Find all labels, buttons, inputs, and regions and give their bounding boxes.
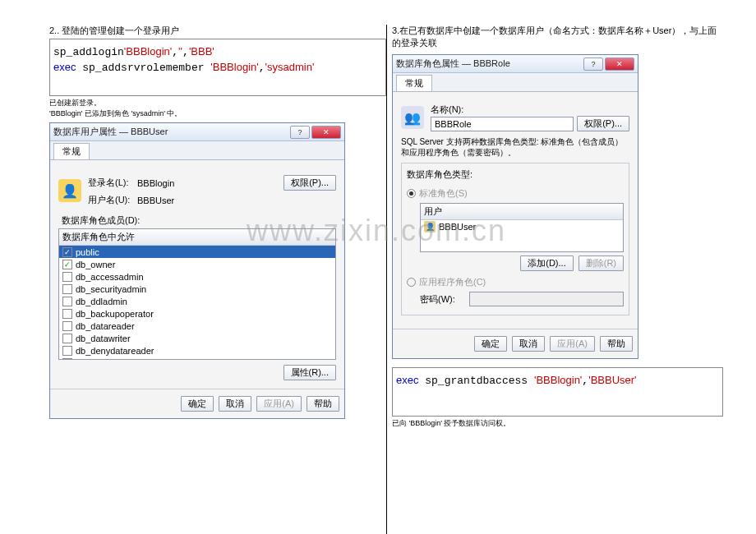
tab-general[interactable]: 常规 xyxy=(53,143,90,159)
list-item[interactable]: db_ddladmin xyxy=(59,295,335,307)
db-user-properties-dialog: 数据库用户属性 — BBBUser ? ✕ 常规 👤 登录名(L): BBBlo… xyxy=(49,122,345,419)
titlebar-text: 数据库角色属性 — BBBRole xyxy=(396,58,583,70)
login-value: BBBlogin xyxy=(137,178,203,188)
list-item[interactable]: db_backupoperator xyxy=(59,307,335,320)
standard-role-label: 标准角色(S) xyxy=(419,187,468,200)
list-item[interactable]: public xyxy=(59,246,335,258)
list-item[interactable]: db_datareader xyxy=(59,320,335,332)
titlebar: 数据库角色属性 — BBBRole ? ✕ xyxy=(393,55,638,73)
role-name: db_denydatawriter xyxy=(76,358,150,361)
role-icon: 👥 xyxy=(401,106,424,129)
roles-rows-container: publicdb_ownerdb_accessadmindb_securitya… xyxy=(59,246,335,360)
app-role-radio xyxy=(407,278,416,287)
output-left: 已创建新登录。 'BBBlogin' 已添加到角色 'sysadmin' 中。 xyxy=(49,98,386,119)
help-icon[interactable]: ? xyxy=(290,126,310,139)
users-list-header: 用户 xyxy=(421,204,623,220)
cancel-button[interactable]: 取消 xyxy=(512,336,545,352)
list-item[interactable]: db_denydatawriter xyxy=(59,357,335,360)
checkbox[interactable] xyxy=(62,309,72,319)
help-icon[interactable]: ? xyxy=(583,58,603,71)
standard-role-radio[interactable] xyxy=(407,189,416,198)
app-role-label: 应用程序角色(C) xyxy=(419,276,486,288)
code-box-left: sp_addlogin'BBBlogin','','BBB' exec sp_a… xyxy=(49,39,386,96)
username-label: 用户名(U): xyxy=(88,194,137,206)
checkbox[interactable] xyxy=(62,284,72,294)
list-item[interactable]: db_datawriter xyxy=(59,332,335,344)
apply-button[interactable]: 应用(A) xyxy=(256,396,302,412)
close-icon[interactable]: ✕ xyxy=(605,58,634,71)
tabstrip: 常规 xyxy=(50,141,344,160)
permissions-button[interactable]: 权限(P)... xyxy=(284,175,336,191)
checkbox[interactable] xyxy=(62,260,72,269)
password-label: 密码(W): xyxy=(420,293,469,306)
delete-button[interactable]: 删除(R) xyxy=(579,255,624,271)
list-item[interactable]: db_securityadmin xyxy=(59,283,335,295)
user-name: BBBUser xyxy=(439,222,476,232)
ok-button[interactable]: 确定 xyxy=(474,336,507,352)
login-label: 登录名(L): xyxy=(88,177,137,189)
add-button[interactable]: 添加(D)... xyxy=(520,255,573,271)
apply-button[interactable]: 应用(A) xyxy=(550,336,595,352)
list-item[interactable]: db_owner xyxy=(59,258,335,270)
role-name: db_ddladmin xyxy=(76,297,127,306)
checkbox[interactable] xyxy=(62,321,72,331)
properties-button[interactable]: 属性(R)... xyxy=(284,365,336,380)
role-name: db_securityadmin xyxy=(76,284,146,294)
role-name: db_denydatareader xyxy=(76,346,154,356)
list-item[interactable]: db_accessadmin xyxy=(59,270,335,283)
name-field[interactable]: BBBRole xyxy=(431,117,574,131)
list-item[interactable]: 👤BBBUser xyxy=(421,220,623,232)
titlebar-text: 数据库用户属性 — BBBUser xyxy=(53,126,290,138)
password-field xyxy=(469,292,624,306)
checkbox[interactable] xyxy=(62,346,72,356)
close-icon[interactable]: ✕ xyxy=(311,126,341,139)
output-right: 已向 'BBBlogin' 授予数据库访问权。 xyxy=(392,418,723,429)
step-2-heading: 2.. 登陆的管理创建一个登录用户 xyxy=(49,25,386,37)
checkbox[interactable] xyxy=(62,272,72,282)
checkbox[interactable] xyxy=(62,358,72,361)
list-item[interactable]: db_denydatareader xyxy=(59,344,335,357)
users-listbox[interactable]: 用户 👤BBBUser xyxy=(420,203,624,252)
role-name: public xyxy=(76,247,99,257)
username-value: BBBUser xyxy=(137,196,203,205)
role-name: db_backupoperator xyxy=(76,309,154,319)
checkbox[interactable] xyxy=(62,297,72,306)
roles-listbox[interactable]: 数据库角色中允许 publicdb_ownerdb_accessadmindb_… xyxy=(58,228,336,360)
ok-button[interactable]: 确定 xyxy=(181,396,214,412)
role-name: db_datawriter xyxy=(76,334,131,343)
user-icon: 👤 xyxy=(58,179,81,202)
db-role-properties-dialog: 数据库角色属性 — BBBRole ? ✕ 常规 👥 名称(N): xyxy=(392,54,638,359)
help-button[interactable]: 帮助 xyxy=(600,336,633,352)
role-name: db_owner xyxy=(76,260,115,269)
titlebar: 数据库用户属性 — BBBUser ? ✕ xyxy=(50,123,344,141)
roles-list-header: 数据库角色中允许 xyxy=(59,229,335,246)
roles-group-title: 数据库角色成员(D): xyxy=(58,213,336,228)
checkbox[interactable] xyxy=(62,334,72,343)
role-type-group-title: 数据库角色类型: xyxy=(407,168,624,184)
user-icon: 👤 xyxy=(424,221,436,232)
name-label: 名称(N): xyxy=(431,104,480,116)
help-button[interactable]: 帮助 xyxy=(307,396,339,412)
code-box-right: exec sp_grantdbaccess 'BBBlogin','BBBUse… xyxy=(392,367,723,417)
step-3-heading: 3.在已有数据库中创建一个数据库用户（命名方式：数据库名称＋User），与上面的… xyxy=(392,25,723,49)
tab-general[interactable]: 常规 xyxy=(396,75,432,91)
checkbox[interactable] xyxy=(62,247,72,257)
role-name: db_datareader xyxy=(76,321,135,331)
role-name: db_accessadmin xyxy=(76,272,144,282)
role-desc: SQL Server 支持两种数据库角色类型: 标准角色（包含成员）和应用程序角… xyxy=(401,136,629,158)
permissions-button[interactable]: 权限(P)... xyxy=(577,116,629,131)
tabstrip: 常规 xyxy=(393,73,638,92)
cancel-button[interactable]: 取消 xyxy=(219,396,251,412)
